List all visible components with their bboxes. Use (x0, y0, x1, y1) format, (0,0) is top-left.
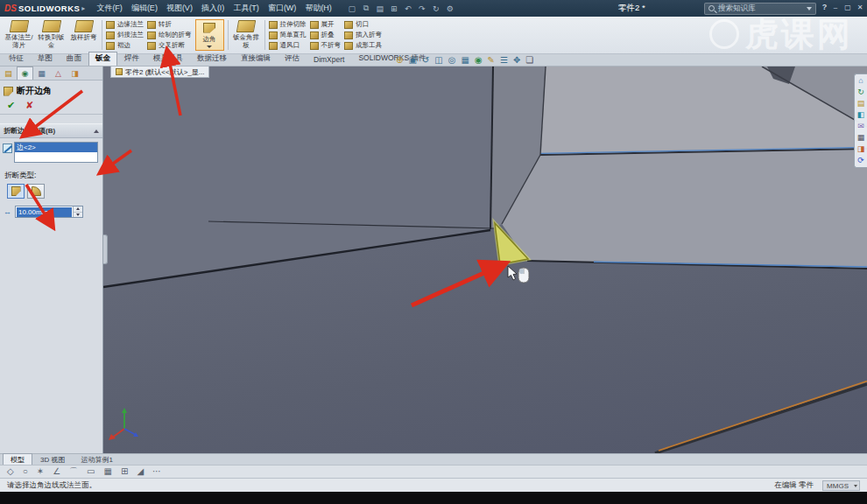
corner-tool-icon[interactable]: ◢ (137, 467, 144, 476)
messages-icon[interactable]: ✉ (857, 122, 864, 130)
sketch-rhombus-icon[interactable]: ◇ (7, 467, 14, 476)
tab-sheet-metal[interactable]: 钣金 (88, 52, 117, 66)
sheet-face-middle[interactable] (502, 149, 867, 270)
more-tools-icon[interactable]: ⋯ (152, 467, 161, 476)
options-icon[interactable]: ⚙ (445, 3, 455, 14)
no-bends-button[interactable]: 不折弯 (310, 41, 342, 50)
tab-motion-study[interactable]: 运动算例1 (73, 453, 120, 465)
break-corner-options-group[interactable]: 折断边角选项(B) (0, 123, 102, 138)
sheet-face-left[interactable] (103, 66, 493, 287)
chevron-down-icon[interactable] (807, 7, 812, 10)
tab-3d-views[interactable]: 3D 视图 (32, 453, 73, 465)
save-icon[interactable]: ▤ (375, 3, 385, 14)
sheet-metal-gusset-button[interactable]: 钣金角撑板 (230, 18, 263, 52)
tab-model[interactable]: 模型 (3, 453, 32, 465)
help-button[interactable]: ? (819, 3, 830, 14)
insert-bends-button[interactable]: 插入折弯 (344, 31, 382, 39)
rebuild-icon[interactable]: ↻ (431, 3, 441, 14)
dimxpertmanager-tab[interactable]: △ (50, 66, 67, 80)
zoom-area-icon[interactable]: ▣ (408, 56, 416, 65)
zoom-fit-icon[interactable]: ⊕ (396, 56, 403, 65)
tab-evaluate[interactable]: 评估 (278, 52, 307, 66)
sketched-bend-button[interactable]: 绘制的折弯 (147, 31, 192, 39)
new-document-icon[interactable]: ▢ (347, 3, 357, 14)
featuremanager-tab[interactable]: ▤ (0, 66, 17, 80)
previous-view-icon[interactable]: ↺ (422, 56, 429, 65)
forming-tool-button[interactable]: 成形工具 (344, 41, 382, 50)
jog-button[interactable]: 转折 (147, 20, 192, 29)
view-orientation-icon[interactable]: ◎ (448, 56, 456, 65)
refresh-icon[interactable]: ↻ (857, 88, 864, 96)
menu-file[interactable]: 文件(F) (92, 1, 127, 16)
grid-icon[interactable]: ▦ (104, 467, 112, 476)
sync-icon[interactable]: ⟳ (857, 157, 864, 164)
knowledge-search-box[interactable]: 搜索知识库 (704, 3, 816, 15)
vent-button[interactable]: 通风口 (269, 41, 307, 50)
rip-button[interactable]: 切口 (344, 20, 382, 29)
maximize-button[interactable]: ▢ (842, 2, 853, 13)
undo-icon[interactable]: ↶ (403, 3, 413, 14)
section-view-icon[interactable]: ◫ (434, 56, 442, 65)
edge-line[interactable] (655, 384, 867, 453)
units-dropdown[interactable]: MMGS (822, 480, 860, 491)
view-settings-icon[interactable]: ✥ (513, 56, 520, 65)
tab-surfaces[interactable]: 曲面 (60, 52, 88, 66)
menu-insert[interactable]: 插入(I) (197, 1, 229, 16)
open-icon[interactable]: ⧉ (361, 3, 371, 14)
chamfer-type-button[interactable] (7, 184, 25, 199)
cancel-button[interactable]: ✘ (25, 100, 33, 111)
custom-properties-icon[interactable]: ◨ (857, 145, 865, 153)
tab-features[interactable]: 特征 (2, 52, 31, 66)
menu-window[interactable]: 窗口(W) (264, 1, 301, 16)
menu-view[interactable]: 视图(V) (162, 1, 197, 16)
appearance-icon[interactable]: ✎ (488, 56, 495, 65)
print-icon[interactable]: ⊞ (389, 3, 399, 14)
document-tab[interactable]: 零件2 (默认<<默认>_显... (110, 66, 209, 78)
orange-highlighted-edge[interactable] (659, 382, 867, 452)
fold-button[interactable]: 折叠 (310, 31, 342, 39)
sketch-circle-icon[interactable]: ○ (23, 467, 28, 476)
miter-flange-button[interactable]: 斜接法兰 (106, 31, 144, 39)
propertymanager-tab[interactable]: ◉ (17, 66, 33, 80)
graphics-area[interactable]: 零件2 (默认<<默认>_显... ⌂ ↻ ▤ ◧ ✉ ▦ ◨ ⟳ (103, 66, 867, 453)
file-explorer-icon[interactable]: ◧ (857, 111, 865, 119)
sketch-arc-icon[interactable]: ⌒ (69, 467, 78, 476)
menu-edit[interactable]: 编辑(E) (127, 1, 162, 16)
ok-button[interactable]: ✔ (7, 100, 15, 111)
display-style-icon[interactable]: ▦ (461, 56, 469, 65)
fillet-type-button[interactable] (27, 184, 45, 199)
lofted-bend-button[interactable]: 放样折弯 (67, 18, 100, 52)
distance-input[interactable]: 10.00mm (15, 206, 83, 218)
tab-direct-editing[interactable]: 直接编辑 (234, 52, 278, 66)
convert-to-sheet-metal-button[interactable]: 转换到钣金 (35, 18, 67, 52)
hide-show-icon[interactable]: ◉ (475, 56, 483, 65)
redo-icon[interactable]: ↷ (417, 3, 427, 14)
sketch-star-icon[interactable]: ✶ (37, 467, 44, 476)
design-library-icon[interactable]: ▤ (857, 100, 865, 108)
unfold-button[interactable]: 展开 (310, 20, 342, 29)
tab-data-migration[interactable]: 数据迁移 (190, 52, 234, 66)
tab-dimxpert[interactable]: DimXpert (307, 53, 351, 66)
close-button[interactable]: ✕ (855, 2, 865, 13)
scene-icon[interactable]: ☰ (500, 56, 508, 65)
home-icon[interactable]: ⌂ (858, 77, 863, 85)
edge-selection-listbox[interactable]: 边<2> (14, 142, 98, 163)
menu-help[interactable]: 帮助(H) (300, 1, 336, 16)
snap-icon[interactable]: ⊞ (121, 467, 128, 476)
configurationmanager-tab[interactable]: ▦ (33, 66, 50, 80)
edge-flange-button[interactable]: 边缘法兰 (106, 20, 144, 29)
menu-tools[interactable]: 工具(T) (229, 1, 264, 16)
distance-value[interactable]: 10.00mm (17, 207, 72, 217)
displaymanager-tab[interactable]: ◨ (67, 66, 83, 80)
tab-sketch[interactable]: 草图 (31, 52, 60, 66)
cross-break-button[interactable]: 交叉折断 (147, 41, 192, 50)
panel-splitter-handle[interactable] (103, 234, 108, 264)
appearances-icon[interactable]: ▦ (857, 134, 865, 142)
base-flange-button[interactable]: 基体法兰/薄片 (3, 18, 35, 52)
minimize-button[interactable]: – (830, 2, 841, 13)
selected-edge-item[interactable]: 边<2> (15, 143, 97, 152)
simple-hole-button[interactable]: 简单直孔 (269, 31, 307, 39)
sketch-angle-icon[interactable]: ∠ (53, 467, 60, 476)
tab-mold-tools[interactable]: 模具工具 (146, 52, 190, 66)
sketch-rect-icon[interactable]: ▭ (87, 467, 95, 476)
